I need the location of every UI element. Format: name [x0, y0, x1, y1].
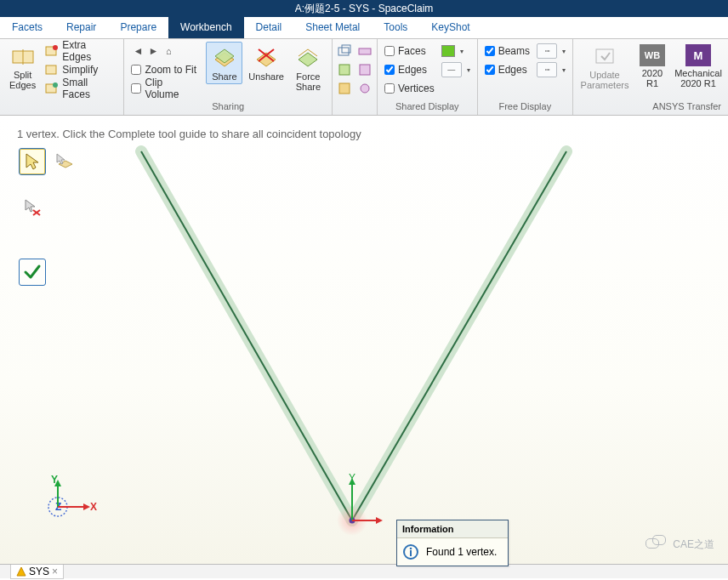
- info-icon: [402, 543, 419, 560]
- free-edges-checkbox[interactable]: [485, 65, 495, 75]
- shared-faces-checkbox[interactable]: [384, 46, 395, 56]
- svg-rect-16: [596, 49, 613, 63]
- free-edges-style-dd[interactable]: ▾: [562, 66, 566, 74]
- zoom-to-fit-checkbox[interactable]: [131, 65, 141, 75]
- shared-display-group-label: Shared Display: [383, 101, 472, 113]
- extra-edges-icon: [45, 44, 59, 58]
- svg-point-15: [361, 84, 369, 93]
- display-opt-1[interactable]: [336, 42, 353, 60]
- select-tool-button[interactable]: [19, 148, 46, 175]
- simplify-label: Simplify: [62, 64, 98, 76]
- shared-edges-label: Edges: [398, 64, 427, 76]
- shared-edges-checkbox[interactable]: [384, 65, 395, 75]
- svg-point-6: [53, 82, 58, 88]
- display-opt-2[interactable]: [336, 60, 353, 79]
- force-share-button[interactable]: Force Share: [290, 42, 327, 94]
- extra-edges-button[interactable]: Extra Edges: [43, 42, 118, 60]
- update-parameters-label: Update Parameters: [581, 70, 629, 90]
- update-parameters-button: Update Parameters: [578, 42, 631, 93]
- document-tab-close[interactable]: ×: [52, 566, 58, 577]
- wb-2020r1-button[interactable]: WB 2020 R1: [634, 42, 670, 91]
- complete-tool-button[interactable]: [19, 259, 46, 286]
- wb-2020r1-label: 2020 R1: [642, 68, 663, 88]
- clip-volume-toggle[interactable]: Clip Volume: [129, 79, 199, 98]
- svg-point-39: [410, 548, 412, 550]
- tab-workbench[interactable]: Workbench: [168, 17, 243, 38]
- free-beams-style-dd[interactable]: ▾: [562, 48, 566, 55]
- share-label: Share: [212, 71, 236, 82]
- nav-left-icon[interactable]: ◄: [131, 44, 145, 58]
- free-display-group-label: Free Display: [483, 101, 567, 113]
- shared-edges-style-dd[interactable]: ▾: [467, 66, 470, 74]
- sharing-group-label: Sharing: [129, 101, 327, 113]
- share-button[interactable]: Share: [206, 42, 242, 84]
- document-tab-sys[interactable]: SYS ×: [10, 565, 64, 579]
- nav-home-icon[interactable]: ⌂: [162, 44, 175, 58]
- update-parameters-icon: [593, 44, 617, 68]
- svg-text:Y: Y: [51, 474, 58, 486]
- shared-vertices-toggle[interactable]: Vertices: [383, 79, 436, 98]
- free-beams-toggle[interactable]: Beams: [483, 42, 532, 60]
- extra-edges-label: Extra Edges: [62, 39, 117, 63]
- shared-edges-style[interactable]: —: [441, 62, 462, 77]
- unshare-button[interactable]: Unshare: [246, 42, 287, 84]
- free-edges-label: Edges: [498, 64, 527, 76]
- free-edges-style[interactable]: ┉: [537, 62, 557, 77]
- split-edges-button[interactable]: Split Edges: [5, 42, 40, 93]
- tool-guide-palette: [19, 148, 78, 286]
- information-title: Information: [397, 520, 508, 538]
- watermark-icon: [646, 535, 668, 554]
- cancel-tool-button[interactable]: [19, 194, 46, 221]
- window-title: A:例题2-5 - SYS - SpaceClaim: [295, 2, 434, 16]
- shared-vertices-checkbox[interactable]: [384, 83, 395, 94]
- nav-right-icon[interactable]: ►: [146, 44, 160, 58]
- tab-tools[interactable]: Tools: [372, 17, 419, 38]
- zoom-to-fit-label: Zoom to Fit: [145, 64, 196, 76]
- simplify-icon: [45, 63, 59, 77]
- small-faces-label: Small Faces: [62, 77, 117, 100]
- svg-marker-27: [376, 517, 383, 524]
- cursor-plane-icon: [55, 152, 74, 171]
- display-opt-5[interactable]: [356, 60, 373, 79]
- tab-keyshot[interactable]: KeyShot: [419, 17, 481, 38]
- cursor-icon: [23, 152, 42, 171]
- tab-sheetmetal[interactable]: Sheet Metal: [293, 17, 372, 38]
- split-edges-label: Split Edges: [9, 70, 36, 90]
- svg-rect-11: [339, 65, 350, 75]
- display-opt-6[interactable]: [356, 79, 373, 98]
- tab-detail[interactable]: Detail: [244, 17, 294, 38]
- free-edges-toggle[interactable]: Edges: [483, 60, 532, 79]
- tab-facets[interactable]: Facets: [0, 17, 54, 38]
- shared-faces-color-dd[interactable]: ▾: [460, 48, 464, 55]
- information-text: Found 1 vertex.: [426, 546, 497, 558]
- free-beams-checkbox[interactable]: [485, 46, 495, 56]
- watermark-text: CAE之道: [673, 537, 714, 552]
- force-share-label: Force Share: [296, 71, 321, 92]
- small-faces-button[interactable]: Small Faces: [43, 79, 118, 98]
- force-share-icon: [295, 44, 321, 70]
- svg-marker-36: [83, 503, 90, 510]
- origin-axis-indicator: Y: [325, 473, 384, 532]
- display-opt-3[interactable]: [336, 79, 353, 98]
- nav-controls: ◄ ► ⌂: [129, 42, 199, 60]
- tab-prepare[interactable]: Prepare: [108, 17, 168, 38]
- svg-line-20: [352, 151, 566, 520]
- svg-rect-40: [410, 550, 412, 556]
- svg-point-3: [53, 45, 58, 50]
- mechanical-button[interactable]: M Mechanical 2020 R1: [674, 42, 723, 91]
- checkmark-icon: [23, 263, 42, 281]
- graphics-viewport[interactable]: 1 vertex. Click the Complete tool guide …: [0, 116, 728, 565]
- clip-volume-checkbox[interactable]: [131, 83, 141, 94]
- svg-rect-4: [46, 65, 56, 74]
- display-opt-4[interactable]: [356, 42, 373, 60]
- free-beams-style[interactable]: ┉: [537, 43, 557, 59]
- shared-faces-color[interactable]: [441, 45, 455, 57]
- view-triad[interactable]: Z Y X: [39, 473, 107, 524]
- select-plane-tool-button[interactable]: [51, 148, 78, 175]
- tab-repair[interactable]: Repair: [54, 17, 108, 38]
- ansys-transfer-group-label: ANSYS Transfer: [578, 101, 723, 113]
- shared-edges-toggle[interactable]: Edges: [383, 60, 436, 79]
- unshare-icon: [253, 44, 279, 70]
- svg-rect-9: [338, 48, 349, 55]
- shared-faces-toggle[interactable]: Faces: [383, 42, 436, 60]
